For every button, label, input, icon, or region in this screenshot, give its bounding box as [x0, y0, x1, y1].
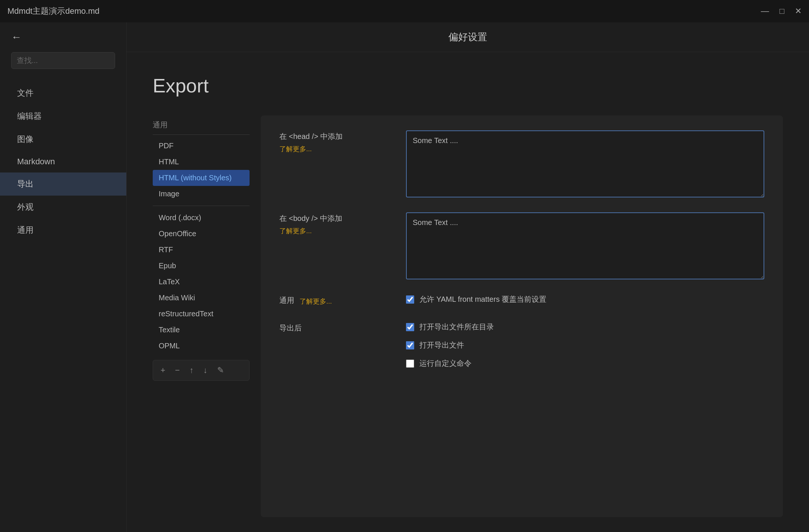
body-control-col: Some Text .... [406, 212, 764, 281]
export-body: 通用 PDF HTML HTML (without Styles) Image … [153, 115, 783, 517]
format-item-word[interactable]: Word (.docx) [153, 210, 250, 226]
sidebar-item-export[interactable]: 导出 [0, 172, 126, 196]
after-export-label-col: 导出后 [279, 322, 391, 336]
sidebar-item-appearance[interactable]: 外观 [0, 196, 126, 219]
format-item-restructured[interactable]: reStructuredText [153, 306, 250, 322]
head-setting-label: 在 <head /> 中添加 [279, 130, 391, 142]
format-item-rtf[interactable]: RTF [153, 242, 250, 258]
general-inline-row: 通用 了解更多... [279, 294, 391, 308]
open-folder-label: 打开导出文件所在目录 [419, 322, 494, 332]
open-folder-checkbox[interactable] [406, 323, 414, 331]
back-button[interactable]: ← [11, 31, 22, 43]
format-item-html[interactable]: HTML [153, 154, 250, 170]
export-content: Export 通用 PDF HTML HTML (without Styles)… [127, 52, 809, 532]
general-control-col: 允许 YAML front matters 覆盖当前设置 [406, 294, 764, 304]
head-learn-more-link[interactable]: 了解更多... [279, 145, 312, 153]
titlebar: Mdmdt主题演示demo.md — □ ✕ [0, 0, 809, 22]
yaml-checkbox-row: 允许 YAML front matters 覆盖当前设置 [406, 294, 764, 304]
after-export-checkbox-group: 打开导出文件所在目录 打开导出文件 运行自定义命令 [406, 322, 764, 368]
yaml-override-label: 允许 YAML front matters 覆盖当前设置 [419, 294, 546, 304]
after-export-setting-row: 导出后 打开导出文件所在目录 打开导出文件 [279, 322, 764, 368]
general-label-col: 通用 了解更多... [279, 294, 391, 308]
after-export-label: 导出后 [279, 322, 391, 334]
run-command-checkbox-row: 运行自定义命令 [406, 358, 764, 368]
run-command-checkbox[interactable] [406, 360, 414, 368]
close-button[interactable]: ✕ [795, 7, 802, 15]
format-divider-1 [153, 206, 250, 206]
format-item-textile[interactable]: Textile [153, 322, 250, 338]
sidebar-item-markdown[interactable]: Markdown [0, 151, 126, 172]
format-item-image[interactable]: Image [153, 186, 250, 202]
format-section-label: 通用 [153, 115, 250, 135]
sidebar-item-general[interactable]: 通用 [0, 219, 126, 242]
body-setting-row: 在 <body /> 中添加 了解更多... Some Text .... [279, 212, 764, 281]
maximize-button[interactable]: □ [780, 7, 784, 15]
sidebar-item-image[interactable]: 图像 [0, 128, 126, 151]
titlebar-controls: — □ ✕ [761, 7, 802, 15]
head-control-col: Some Text .... [406, 130, 764, 199]
format-item-html-no-styles[interactable]: HTML (without Styles) [153, 170, 250, 186]
search-input[interactable] [11, 52, 115, 69]
after-export-control-col: 打开导出文件所在目录 打开导出文件 运行自定义命令 [406, 322, 764, 368]
sidebar: ← 文件 编辑器 图像 Markdown 导出 外观 通用 [0, 22, 127, 532]
general-learn-more-link[interactable]: 了解更多... [299, 297, 332, 306]
body-textarea[interactable]: Some Text .... [406, 212, 764, 279]
format-remove-button[interactable]: − [172, 364, 183, 377]
format-item-pdf[interactable]: PDF [153, 138, 250, 154]
head-setting-row: 在 <head /> 中添加 了解更多... Some Text .... [279, 130, 764, 199]
sidebar-item-file[interactable]: 文件 [0, 82, 126, 105]
format-item-openoffice[interactable]: OpenOffice [153, 226, 250, 242]
format-item-epub[interactable]: Epub [153, 258, 250, 274]
format-panel: 通用 PDF HTML HTML (without Styles) Image … [153, 115, 250, 517]
format-item-mediawiki[interactable]: Media Wiki [153, 290, 250, 306]
minimize-button[interactable]: — [761, 7, 769, 15]
format-down-button[interactable]: ↓ [200, 364, 210, 377]
open-file-checkbox[interactable] [406, 341, 414, 349]
titlebar-title: Mdmdt主题演示demo.md [7, 6, 99, 17]
page-header: 偏好设置 [127, 22, 809, 52]
format-item-opml[interactable]: OPML [153, 338, 250, 354]
format-up-button[interactable]: ↑ [187, 364, 197, 377]
open-folder-checkbox-row: 打开导出文件所在目录 [406, 322, 764, 332]
format-edit-button[interactable]: ✎ [214, 364, 227, 377]
sidebar-nav: 文件 编辑器 图像 Markdown 导出 外观 通用 [0, 78, 126, 532]
head-textarea[interactable]: Some Text .... [406, 130, 764, 197]
app-layout: ← 文件 编辑器 图像 Markdown 导出 外观 通用 偏好设置 Expor… [0, 22, 809, 532]
sidebar-header: ← [0, 22, 126, 52]
format-toolbar: + − ↑ ↓ ✎ [153, 360, 250, 381]
yaml-override-checkbox[interactable] [406, 295, 414, 304]
export-heading: Export [153, 75, 783, 97]
sidebar-search-container [0, 52, 126, 78]
settings-panel: 在 <head /> 中添加 了解更多... Some Text .... 在 … [261, 115, 783, 517]
body-learn-more-link[interactable]: 了解更多... [279, 227, 312, 235]
open-file-checkbox-row: 打开导出文件 [406, 340, 764, 350]
main-content: 偏好设置 Export 通用 PDF HTML HTML (without St… [127, 22, 809, 532]
format-item-latex[interactable]: LaTeX [153, 274, 250, 290]
head-label-col: 在 <head /> 中添加 了解更多... [279, 130, 391, 153]
general-setting-label: 通用 [279, 294, 294, 306]
body-setting-label: 在 <body /> 中添加 [279, 212, 391, 224]
sidebar-item-editor[interactable]: 编辑器 [0, 105, 126, 128]
format-add-button[interactable]: + [158, 364, 168, 377]
open-file-label: 打开导出文件 [419, 340, 464, 350]
run-command-label: 运行自定义命令 [419, 358, 472, 368]
yaml-checkbox-group: 允许 YAML front matters 覆盖当前设置 [406, 294, 764, 304]
page-title: 偏好设置 [448, 31, 487, 44]
general-setting-row: 通用 了解更多... 允许 YAML front matters 覆盖当前设置 [279, 294, 764, 308]
body-label-col: 在 <body /> 中添加 了解更多... [279, 212, 391, 235]
